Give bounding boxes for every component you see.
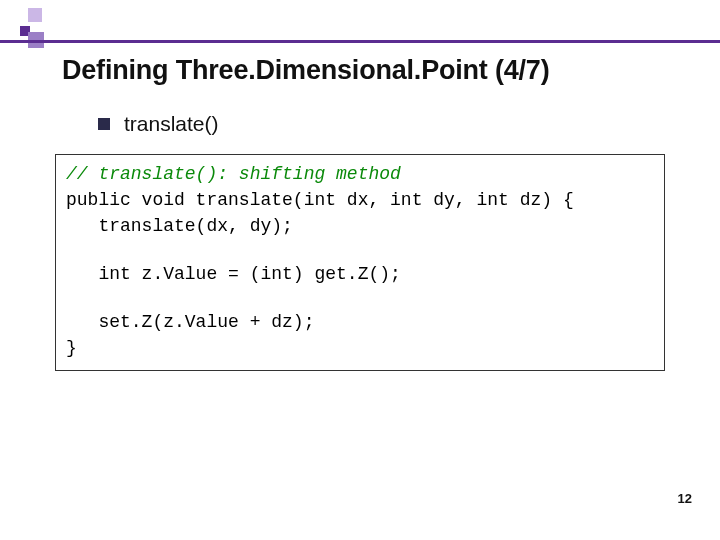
page-number: 12 [678,491,692,506]
code-line: public void translate(int dx, int dy, in… [66,187,654,213]
code-blank-line [66,239,654,261]
slide-title: Defining Three.Dimensional.Point (4/7) [62,55,549,86]
code-line: } [66,335,654,361]
code-blank-line [66,287,654,309]
code-line: translate(dx, dy); [66,213,654,239]
code-line: int z.Value = (int) get.Z(); [66,261,654,287]
code-block: // translate(): shifting method public v… [55,154,665,371]
code-line: set.Z(z.Value + dz); [66,309,654,335]
bullet-item: translate() [98,112,219,136]
deco-square-light [28,8,42,22]
bullet-square-icon [98,118,110,130]
bullet-text: translate() [124,112,219,136]
deco-rule [0,40,720,43]
slide-decoration [0,0,720,60]
code-comment: // translate(): shifting method [66,161,654,187]
